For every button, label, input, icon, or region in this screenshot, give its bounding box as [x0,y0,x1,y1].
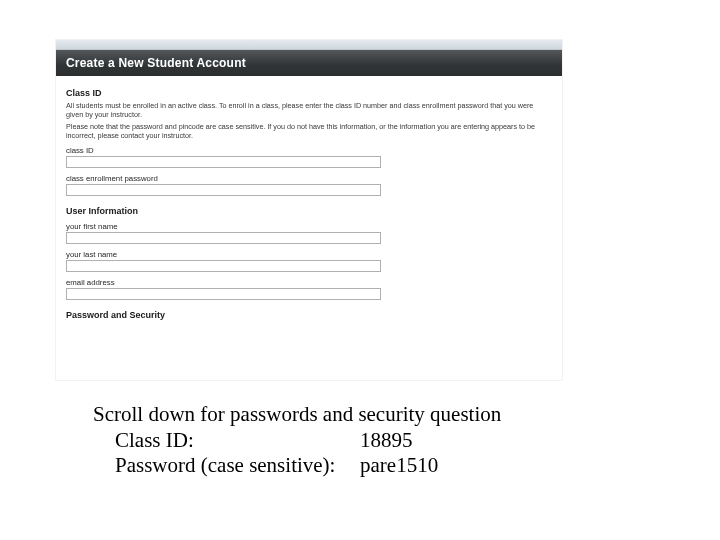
input-last-name[interactable] [66,260,381,272]
caption-classid-label: Class ID: [115,428,360,454]
input-enroll-password[interactable] [66,184,381,196]
label-email: email address [66,278,552,287]
window-top-strip [56,40,562,50]
slide: Create a New Student Account Class ID Al… [0,0,720,540]
label-first-name: your first name [66,222,552,231]
label-enroll-password: class enrollment password [66,174,552,183]
caption-block: Scroll down for passwords and security q… [93,402,653,479]
input-class-id[interactable] [66,156,381,168]
enroll-instructions-1: All students must be enrolled in an acti… [66,101,541,119]
input-email[interactable] [66,288,381,300]
section-class-id: Class ID [66,88,552,98]
caption-password-label: Password (case sensitive): [115,453,360,479]
section-password-security: Password and Security [66,310,552,320]
caption-password-value: pare1510 [360,453,438,479]
label-last-name: your last name [66,250,552,259]
section-user-info: User Information [66,206,552,216]
form-body: Class ID All students must be enrolled i… [56,76,562,332]
enroll-instructions-2: Please note that the password and pincod… [66,122,541,140]
form-screenshot: Create a New Student Account Class ID Al… [56,40,562,380]
form-title: Create a New Student Account [66,56,246,70]
caption-row-classid: Class ID: 18895 [115,428,653,454]
caption-row-password: Password (case sensitive): pare1510 [115,453,653,479]
input-first-name[interactable] [66,232,381,244]
caption-classid-value: 18895 [360,428,413,454]
form-title-bar: Create a New Student Account [56,50,562,76]
caption-line-scroll: Scroll down for passwords and security q… [93,402,653,428]
label-class-id: class ID [66,146,552,155]
